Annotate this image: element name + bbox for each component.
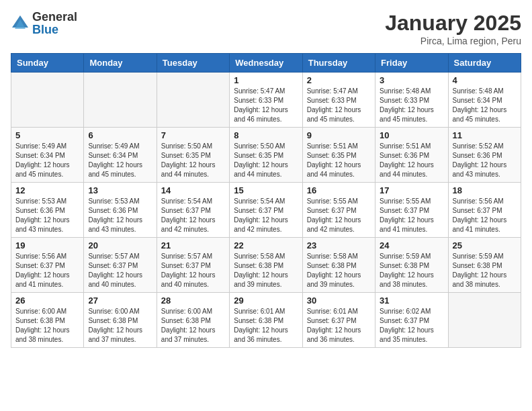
day-detail: Sunrise: 5:48 AM Sunset: 6:33 PM Dayligh… bbox=[380, 87, 443, 124]
day-number: 29 bbox=[234, 295, 298, 306]
calendar-cell: 23Sunrise: 5:58 AM Sunset: 6:38 PM Dayli… bbox=[302, 238, 375, 293]
day-number: 15 bbox=[234, 185, 298, 195]
day-detail: Sunrise: 6:02 AM Sunset: 6:37 PM Dayligh… bbox=[380, 307, 443, 345]
day-detail: Sunrise: 5:51 AM Sunset: 6:35 PM Dayligh… bbox=[307, 142, 371, 179]
day-detail: Sunrise: 5:58 AM Sunset: 6:38 PM Dayligh… bbox=[307, 252, 371, 289]
day-detail: Sunrise: 5:59 AM Sunset: 6:38 PM Dayligh… bbox=[380, 252, 443, 289]
day-number: 2 bbox=[307, 75, 371, 85]
day-number: 18 bbox=[453, 185, 517, 195]
calendar-cell: 17Sunrise: 5:55 AM Sunset: 6:37 PM Dayli… bbox=[375, 183, 448, 238]
calendar-body: 1Sunrise: 5:47 AM Sunset: 6:33 PM Daylig… bbox=[11, 73, 521, 348]
calendar-cell: 8Sunrise: 5:50 AM Sunset: 6:35 PM Daylig… bbox=[230, 128, 302, 183]
day-detail: Sunrise: 5:49 AM Sunset: 6:34 PM Dayligh… bbox=[15, 142, 79, 179]
calendar-cell bbox=[11, 73, 84, 128]
calendar-cell: 30Sunrise: 6:01 AM Sunset: 6:37 PM Dayli… bbox=[302, 293, 375, 348]
calendar-cell: 4Sunrise: 5:48 AM Sunset: 6:34 PM Daylig… bbox=[448, 73, 521, 128]
day-detail: Sunrise: 6:00 AM Sunset: 6:38 PM Dayligh… bbox=[88, 307, 152, 345]
day-number: 25 bbox=[453, 240, 517, 250]
day-number: 30 bbox=[307, 295, 371, 306]
calendar-cell: 22Sunrise: 5:58 AM Sunset: 6:38 PM Dayli… bbox=[230, 238, 302, 293]
day-detail: Sunrise: 5:50 AM Sunset: 6:35 PM Dayligh… bbox=[234, 142, 298, 179]
calendar-week-2: 5Sunrise: 5:49 AM Sunset: 6:34 PM Daylig… bbox=[11, 128, 521, 183]
logo-icon bbox=[11, 14, 30, 33]
day-detail: Sunrise: 5:53 AM Sunset: 6:36 PM Dayligh… bbox=[88, 197, 152, 234]
day-number: 27 bbox=[88, 295, 152, 306]
calendar-cell: 27Sunrise: 6:00 AM Sunset: 6:38 PM Dayli… bbox=[84, 293, 157, 348]
calendar-cell: 16Sunrise: 5:55 AM Sunset: 6:37 PM Dayli… bbox=[302, 183, 375, 238]
calendar-title: January 2025 bbox=[385, 11, 521, 36]
calendar-cell: 2Sunrise: 5:47 AM Sunset: 6:33 PM Daylig… bbox=[302, 73, 375, 128]
calendar-cell: 14Sunrise: 5:54 AM Sunset: 6:37 PM Dayli… bbox=[157, 183, 229, 238]
day-detail: Sunrise: 5:57 AM Sunset: 6:37 PM Dayligh… bbox=[161, 252, 225, 289]
day-number: 7 bbox=[161, 130, 225, 140]
calendar-cell bbox=[84, 73, 157, 128]
calendar-week-3: 12Sunrise: 5:53 AM Sunset: 6:36 PM Dayli… bbox=[11, 183, 521, 238]
title-area: January 2025 Pirca, Lima region, Peru bbox=[385, 11, 521, 46]
calendar-cell: 1Sunrise: 5:47 AM Sunset: 6:33 PM Daylig… bbox=[230, 73, 302, 128]
day-number: 5 bbox=[15, 130, 79, 140]
weekday-header-sunday: Sunday bbox=[11, 54, 84, 73]
logo-text-general: General bbox=[32, 10, 77, 24]
day-detail: Sunrise: 5:56 AM Sunset: 6:37 PM Dayligh… bbox=[15, 252, 79, 289]
calendar-cell: 12Sunrise: 5:53 AM Sunset: 6:36 PM Dayli… bbox=[11, 183, 84, 238]
logo-text-blue: Blue bbox=[32, 23, 58, 36]
calendar-cell: 5Sunrise: 5:49 AM Sunset: 6:34 PM Daylig… bbox=[11, 128, 84, 183]
day-detail: Sunrise: 5:48 AM Sunset: 6:34 PM Dayligh… bbox=[453, 87, 517, 124]
day-number: 3 bbox=[380, 75, 443, 85]
day-number: 14 bbox=[161, 185, 225, 195]
day-detail: Sunrise: 5:59 AM Sunset: 6:38 PM Dayligh… bbox=[453, 252, 517, 289]
day-number: 28 bbox=[161, 295, 225, 306]
day-number: 21 bbox=[161, 240, 225, 250]
day-detail: Sunrise: 6:01 AM Sunset: 6:38 PM Dayligh… bbox=[234, 307, 298, 345]
weekday-row: SundayMondayTuesdayWednesdayThursdayFrid… bbox=[11, 54, 521, 73]
day-detail: Sunrise: 5:50 AM Sunset: 6:35 PM Dayligh… bbox=[161, 142, 225, 179]
calendar-week-5: 26Sunrise: 6:00 AM Sunset: 6:38 PM Dayli… bbox=[11, 293, 521, 348]
calendar-cell: 6Sunrise: 5:49 AM Sunset: 6:34 PM Daylig… bbox=[84, 128, 157, 183]
calendar-table: SundayMondayTuesdayWednesdayThursdayFrid… bbox=[11, 53, 521, 348]
day-detail: Sunrise: 5:55 AM Sunset: 6:37 PM Dayligh… bbox=[380, 197, 443, 234]
weekday-header-wednesday: Wednesday bbox=[230, 54, 302, 73]
calendar-cell: 15Sunrise: 5:54 AM Sunset: 6:37 PM Dayli… bbox=[230, 183, 302, 238]
day-number: 13 bbox=[88, 185, 152, 195]
calendar-cell: 20Sunrise: 5:57 AM Sunset: 6:37 PM Dayli… bbox=[84, 238, 157, 293]
day-number: 23 bbox=[307, 240, 371, 250]
day-number: 1 bbox=[234, 75, 298, 85]
calendar-cell: 11Sunrise: 5:52 AM Sunset: 6:36 PM Dayli… bbox=[448, 128, 521, 183]
calendar-cell: 21Sunrise: 5:57 AM Sunset: 6:37 PM Dayli… bbox=[157, 238, 229, 293]
day-detail: Sunrise: 5:57 AM Sunset: 6:37 PM Dayligh… bbox=[88, 252, 152, 289]
calendar-cell bbox=[157, 73, 229, 128]
calendar-cell: 13Sunrise: 5:53 AM Sunset: 6:36 PM Dayli… bbox=[84, 183, 157, 238]
day-number: 10 bbox=[380, 130, 443, 140]
weekday-header-monday: Monday bbox=[84, 54, 157, 73]
day-number: 26 bbox=[15, 295, 79, 306]
day-detail: Sunrise: 6:00 AM Sunset: 6:38 PM Dayligh… bbox=[161, 307, 225, 345]
calendar-cell: 29Sunrise: 6:01 AM Sunset: 6:38 PM Dayli… bbox=[230, 293, 302, 348]
logo: General Blue bbox=[11, 11, 77, 36]
day-number: 11 bbox=[453, 130, 517, 140]
day-number: 6 bbox=[88, 130, 152, 140]
day-number: 31 bbox=[380, 295, 443, 306]
day-detail: Sunrise: 6:00 AM Sunset: 6:38 PM Dayligh… bbox=[15, 307, 79, 345]
calendar-cell: 25Sunrise: 5:59 AM Sunset: 6:38 PM Dayli… bbox=[448, 238, 521, 293]
day-detail: Sunrise: 5:53 AM Sunset: 6:36 PM Dayligh… bbox=[15, 197, 79, 234]
day-number: 4 bbox=[453, 75, 517, 85]
calendar-cell: 7Sunrise: 5:50 AM Sunset: 6:35 PM Daylig… bbox=[157, 128, 229, 183]
calendar-week-1: 1Sunrise: 5:47 AM Sunset: 6:33 PM Daylig… bbox=[11, 73, 521, 128]
day-number: 17 bbox=[380, 185, 443, 195]
day-detail: Sunrise: 5:54 AM Sunset: 6:37 PM Dayligh… bbox=[161, 197, 225, 234]
day-number: 24 bbox=[380, 240, 443, 250]
weekday-header-tuesday: Tuesday bbox=[157, 54, 229, 73]
day-detail: Sunrise: 5:51 AM Sunset: 6:36 PM Dayligh… bbox=[380, 142, 443, 179]
weekday-header-saturday: Saturday bbox=[448, 54, 521, 73]
day-number: 12 bbox=[15, 185, 79, 195]
calendar-header: SundayMondayTuesdayWednesdayThursdayFrid… bbox=[11, 54, 521, 73]
day-detail: Sunrise: 5:47 AM Sunset: 6:33 PM Dayligh… bbox=[234, 87, 298, 124]
weekday-header-friday: Friday bbox=[375, 54, 448, 73]
day-number: 9 bbox=[307, 130, 371, 140]
calendar-cell: 26Sunrise: 6:00 AM Sunset: 6:38 PM Dayli… bbox=[11, 293, 84, 348]
calendar-cell: 28Sunrise: 6:00 AM Sunset: 6:38 PM Dayli… bbox=[157, 293, 229, 348]
weekday-header-thursday: Thursday bbox=[302, 54, 375, 73]
day-detail: Sunrise: 5:52 AM Sunset: 6:36 PM Dayligh… bbox=[453, 142, 517, 179]
day-number: 20 bbox=[88, 240, 152, 250]
day-number: 22 bbox=[234, 240, 298, 250]
